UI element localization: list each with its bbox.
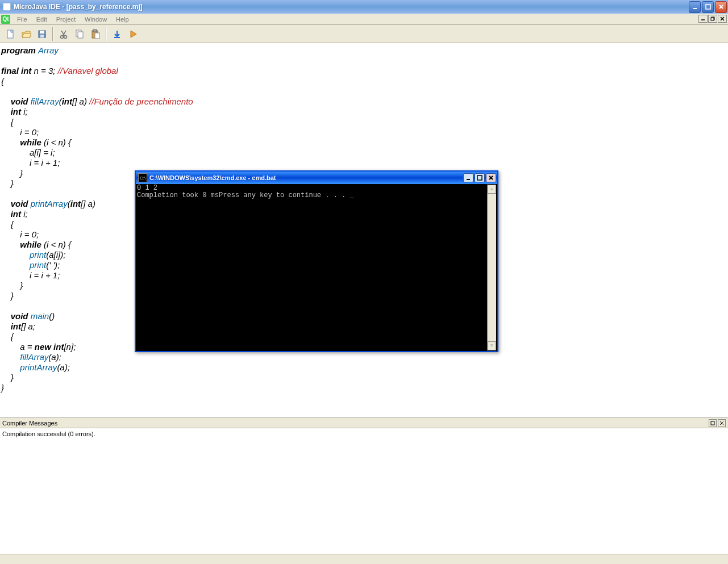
qt-icon: Qt	[1, 15, 10, 24]
mdi-close-button[interactable]	[718, 15, 727, 23]
cmd-icon: C:\	[138, 173, 147, 182]
svg-rect-26	[711, 421, 714, 425]
svg-rect-0	[3, 3, 11, 11]
minimize-button[interactable]	[689, 1, 701, 13]
menu-project[interactable]: Project	[52, 15, 80, 24]
toolbar-separator	[52, 27, 53, 41]
cmd-minimize-button[interactable]	[463, 173, 473, 182]
code-text: i = i + 1;	[1, 270, 60, 280]
maximize-button[interactable]	[702, 1, 714, 13]
menu-help[interactable]: Help	[111, 15, 134, 24]
statusbar	[0, 554, 728, 564]
code-text: i;	[23, 107, 28, 116]
code-text: print	[30, 260, 46, 270]
cmd-body[interactable]: 0 1 2 Completion took 0 msPress any key …	[136, 184, 497, 351]
cmd-titlebar[interactable]: C:\ C:\WINDOWS\system32\cmd.exe - cmd.ba…	[136, 172, 497, 184]
code-text	[1, 362, 20, 372]
code-text: new int	[35, 342, 64, 352]
code-text: final int	[1, 66, 34, 76]
menubar: Qt File Edit Project Window Help	[0, 14, 728, 25]
code-text: [] a;	[21, 321, 35, 331]
code-text: (i < n) {	[44, 240, 71, 249]
code-text: n = 3;	[34, 66, 58, 76]
menu-file[interactable]: File	[13, 15, 32, 24]
code-text: void	[1, 199, 31, 208]
code-text: void	[1, 311, 31, 321]
svg-rect-30	[477, 176, 482, 180]
svg-rect-2	[706, 5, 710, 9]
code-text: printArray	[31, 199, 68, 208]
compiler-message: Compilation successful (0 errors).	[2, 431, 726, 437]
code-text: //Função de preenchimento	[89, 97, 193, 106]
new-file-button[interactable]	[2, 26, 18, 42]
scroll-down-button[interactable]: ▼	[488, 341, 496, 350]
code-text: print	[30, 250, 46, 260]
svg-marker-25	[131, 31, 136, 37]
cut-button[interactable]	[56, 26, 72, 42]
code-text	[1, 260, 30, 270]
code-text: int	[1, 107, 23, 116]
toolbar-separator-2	[106, 27, 107, 41]
run-button[interactable]	[125, 26, 141, 42]
compiler-panel-body[interactable]: Compilation successful (0 errors).	[0, 428, 728, 554]
code-text: [] a)	[72, 97, 89, 106]
code-text: [] a)	[81, 199, 95, 208]
cmd-window[interactable]: C:\ C:\WINDOWS\system32\cmd.exe - cmd.ba…	[135, 170, 498, 352]
build-button[interactable]	[109, 26, 125, 42]
code-text	[1, 352, 20, 362]
code-text: {	[1, 76, 4, 86]
code-text: ()	[49, 311, 55, 321]
main-titlebar: MicroJava IDE - [pass_by_reference.mj]	[0, 0, 728, 14]
code-text: i = 0;	[1, 127, 39, 137]
panel-close-button[interactable]	[718, 419, 726, 427]
cmd-title-text: C:\WINDOWS\system32\cmd.exe - cmd.bat	[149, 174, 463, 181]
copy-button[interactable]	[72, 26, 88, 42]
code-text: fillArray	[20, 352, 48, 362]
code-text: }	[1, 178, 14, 188]
cmd-close-button[interactable]	[486, 173, 496, 182]
code-text: Array	[38, 45, 59, 55]
scroll-track[interactable]	[488, 194, 496, 341]
save-file-button[interactable]	[34, 26, 50, 42]
toolbar	[0, 25, 728, 43]
code-text: i = 0;	[1, 229, 39, 239]
code-text: void	[1, 97, 31, 106]
cmd-scrollbar[interactable]: ▲ ▼	[487, 185, 496, 350]
compiler-panel-title: Compiler Messages	[2, 420, 57, 427]
paste-button[interactable]	[88, 26, 103, 42]
cmd-line: Completion took 0 msPress any key to con…	[137, 191, 354, 199]
code-text: //Variavel global	[58, 66, 118, 76]
code-text: {	[1, 332, 14, 341]
svg-point-18	[64, 35, 67, 38]
window-title: MicroJava IDE - [pass_by_reference.mj]	[14, 3, 689, 11]
code-text: (i < n) {	[44, 137, 71, 147]
menu-window[interactable]: Window	[80, 15, 111, 24]
mdi-minimize-button[interactable]	[698, 15, 708, 23]
panel-float-button[interactable]	[709, 419, 717, 427]
compiler-messages-panel: Compiler Messages Compilation successful…	[0, 417, 728, 554]
open-file-button[interactable]	[18, 26, 34, 42]
svg-rect-22	[93, 30, 97, 32]
code-text: program	[1, 45, 38, 55]
code-text: int	[62, 97, 72, 106]
scroll-up-button[interactable]: ▲	[488, 185, 496, 194]
svg-rect-14	[40, 35, 44, 37]
code-text: int	[1, 321, 21, 331]
code-text: (' ');	[46, 260, 60, 270]
code-text: {	[1, 219, 14, 229]
cmd-maximize-button[interactable]	[475, 173, 485, 182]
code-text: main	[31, 311, 49, 321]
close-button[interactable]	[715, 1, 727, 13]
compiler-panel-header: Compiler Messages	[0, 418, 728, 428]
menu-edit[interactable]: Edit	[32, 15, 52, 24]
code-text: (a[i]);	[46, 250, 65, 260]
code-text	[1, 250, 30, 260]
code-text: }	[1, 291, 14, 300]
code-text: a =	[1, 342, 35, 352]
code-text: while	[1, 137, 44, 147]
code-text: (a);	[48, 352, 61, 362]
mdi-restore-button[interactable]	[708, 15, 717, 23]
code-text: {	[1, 117, 14, 127]
svg-rect-13	[40, 31, 44, 34]
code-text: (a);	[57, 362, 70, 372]
